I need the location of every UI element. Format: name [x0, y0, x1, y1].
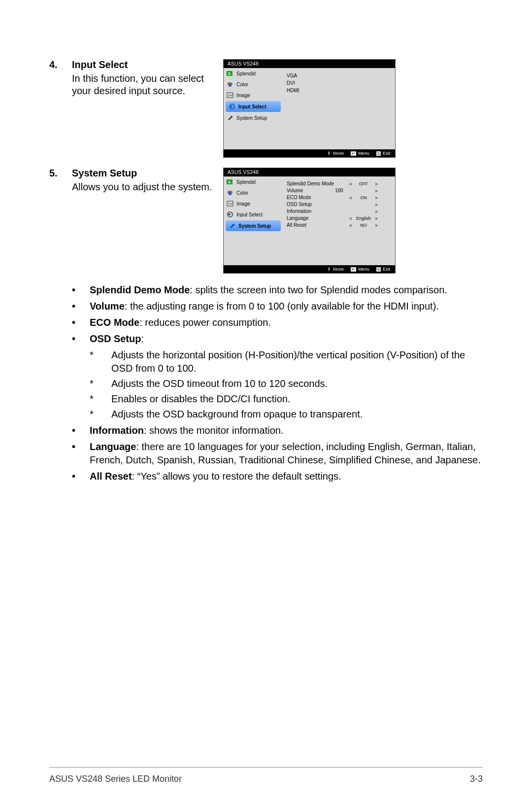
osd-menu-input-select[interactable]: Input Select — [226, 101, 281, 112]
osd-key-move: ⇕Move — [327, 151, 344, 156]
asterisk-icon: * — [90, 392, 111, 406]
enter-key-icon: ↵ — [351, 267, 356, 272]
osd-menu-label: Input Select — [236, 212, 263, 217]
osd-menu-input-select[interactable]: Input Select — [224, 209, 283, 220]
bullet-osd-setup: • OSD Setup: — [72, 332, 483, 346]
osd-setting-row[interactable]: Language◄English► — [287, 215, 391, 221]
setting-label: Volume — [287, 188, 335, 193]
bullet-title: OSD Setup — [90, 333, 141, 344]
osd-menu-label: Image — [236, 201, 250, 207]
bullet-icon: • — [72, 316, 90, 329]
input-icon — [227, 211, 233, 217]
footer-product: ASUS VS248 Series LED Monitor — [49, 774, 182, 784]
footer-divider — [49, 767, 483, 767]
bullet-icon: • — [72, 283, 90, 297]
color-icon — [227, 81, 233, 87]
left-arrow-icon: ◄ — [346, 223, 355, 228]
osd-setting-row[interactable]: Splendid Demo Mode◄OFF► — [287, 181, 391, 186]
osd-menu-splendid[interactable]: S Splendid — [224, 68, 283, 79]
bullet-title: Splendid Demo Mode — [90, 284, 190, 295]
osd-menu-label: Color — [236, 190, 248, 196]
osd-menu-label: Splendid — [236, 179, 256, 185]
setting-label: Splendid Demo Mode — [287, 181, 335, 186]
sub-bullet-text: Adjusts the OSD timeout from 10 to 120 s… — [111, 377, 483, 390]
bullet-volume: • Volume: the adjusting range is from 0 … — [72, 300, 483, 313]
sub-bullet-text: Adjusts the horizontal position (H-Posit… — [111, 349, 483, 375]
right-arrow-icon: ► — [372, 216, 381, 221]
osd-menu-image[interactable]: Image — [224, 90, 283, 101]
osd-option[interactable]: VGA — [287, 73, 391, 78]
osd-menu-color[interactable]: Color — [224, 187, 283, 198]
splendid-icon: S — [227, 70, 233, 76]
bullet-text: : — [141, 333, 144, 344]
osd-title: ASUS VS248 — [224, 168, 395, 176]
osd-menu-system-setup[interactable]: System Setup — [224, 112, 283, 123]
image-icon — [227, 92, 233, 98]
osd-options: VGA DVI HDMI — [283, 68, 395, 149]
setting-label: OSD Setup — [287, 202, 335, 207]
bullet-icon: • — [72, 300, 90, 313]
bullet-icon: • — [72, 332, 90, 346]
sub-bullet: *Adjusts the horizontal position (H-Posi… — [90, 349, 483, 375]
osd-key-menu: ↵Menu — [351, 151, 369, 156]
bullet-text: : splits the screen into two for Splendi… — [190, 284, 447, 295]
bullet-icon: • — [72, 440, 90, 467]
bullet-icon: • — [72, 424, 90, 437]
page-footer: ASUS VS248 Series LED Monitor 3-3 — [49, 774, 483, 784]
svg-point-11 — [229, 192, 232, 195]
left-arrow-icon: ◄ — [346, 216, 355, 221]
section-4-heading: 4. Input Select — [49, 59, 214, 70]
manual-page: 4. Input Select In this function, you ca… — [0, 0, 532, 802]
osd-option[interactable]: HDMI — [287, 88, 391, 93]
image-icon — [227, 201, 233, 207]
osd-setting-row[interactable]: All Reset◄NO► — [287, 222, 391, 228]
osd-side-menu: S Splendid Color Image Input Select — [224, 176, 283, 265]
left-arrow-icon: ◄ — [346, 195, 355, 200]
right-arrow-icon: ► — [372, 209, 381, 214]
osd-menu-label: Image — [236, 93, 250, 98]
osd-key-move: ⇕Move — [327, 267, 344, 272]
bullet-text: : “Yes” allows you to restore the defaul… — [132, 471, 341, 482]
osd-setting-row[interactable]: ECO Mode◄ON► — [287, 195, 391, 200]
updown-arrows-icon: ⇕ — [327, 267, 331, 272]
osd-setting-row[interactable]: Volume100► — [287, 188, 391, 193]
setting-value: English — [355, 216, 372, 221]
bullet-text: : reduces power consumption. — [139, 317, 271, 328]
osd-setting-row[interactable]: OSD Setup► — [287, 202, 391, 207]
bullet-eco: • ECO Mode: reduces power consumption. — [72, 316, 483, 329]
bullet-title: Volume — [90, 301, 125, 312]
osd-menu-splendid[interactable]: S Splendid — [224, 176, 283, 187]
color-icon — [227, 190, 233, 196]
splendid-icon: S — [227, 179, 233, 185]
left-arrow-icon: ◄ — [346, 181, 355, 186]
bullet-all-reset: • All Reset: “Yes” allows you to restore… — [72, 470, 483, 483]
osd-menu-label: System Setup — [238, 223, 271, 229]
sub-bullet-text: Enables or disables the DDC/CI function. — [111, 392, 483, 406]
right-arrow-icon: ► — [372, 195, 381, 200]
osd-footer: ⇕Move ↵Menu SExit — [224, 265, 395, 273]
osd-setting-row[interactable]: Information► — [287, 209, 391, 214]
osd-options: Splendid Demo Mode◄OFF►Volume100►ECO Mod… — [283, 176, 395, 265]
osd-menu-image[interactable]: Image — [224, 198, 283, 209]
setting-label: Information — [287, 209, 335, 214]
section-number: 4. — [49, 59, 72, 70]
osd-key-exit: SExit — [376, 267, 390, 272]
bullet-title: Language — [90, 441, 136, 452]
osd-menu-color[interactable]: Color — [224, 79, 283, 90]
osd-key-exit: SExit — [376, 151, 390, 156]
setting-value: ON — [355, 195, 372, 200]
wrench-icon — [229, 223, 235, 229]
osd-option[interactable]: DVI — [287, 80, 391, 86]
setting-number: 100 — [335, 188, 346, 193]
osd-menu-system-setup[interactable]: System Setup — [226, 220, 281, 231]
wrench-icon — [227, 115, 233, 121]
bullet-text: : there are 10 languages for your select… — [90, 441, 481, 465]
section-4-desc: In this function, you can select your de… — [72, 72, 214, 97]
osd-menu-label: Input Select — [238, 104, 266, 109]
bullet-information: • Information: shows the monitor informa… — [72, 424, 483, 437]
right-arrow-icon: ► — [372, 202, 381, 207]
bullet-icon: • — [72, 470, 90, 483]
setting-label: Language — [287, 215, 335, 221]
bullet-text: : shows the monitor information. — [144, 425, 283, 436]
osd-menu-label: System Setup — [236, 115, 267, 121]
